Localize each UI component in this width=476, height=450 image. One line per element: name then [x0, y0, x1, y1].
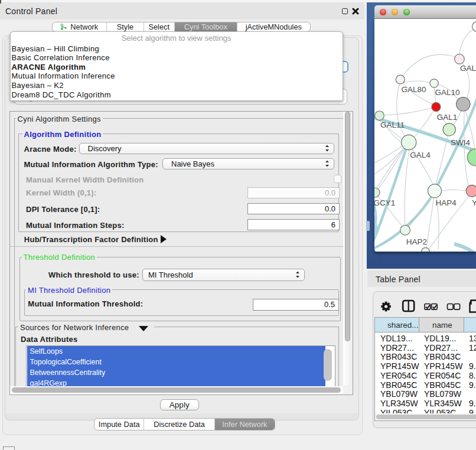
svg-text:GAL11: GAL11 [380, 120, 405, 129]
svg-text:GCY1: GCY1 [374, 198, 395, 207]
svg-text:SWI4: SWI4 [451, 138, 470, 147]
svg-text:GAL10: GAL10 [435, 88, 460, 97]
svg-text:Y: Y [472, 198, 476, 207]
svg-text:HAP2: HAP2 [406, 237, 427, 246]
svg-text:GAL1: GAL1 [437, 113, 458, 122]
svg-text:GAL4: GAL4 [410, 151, 431, 159]
svg-text:GAL80: GAL80 [402, 85, 426, 94]
svg-text:HAP4: HAP4 [436, 198, 457, 207]
svg-text:GAL7: GAL7 [460, 64, 476, 73]
